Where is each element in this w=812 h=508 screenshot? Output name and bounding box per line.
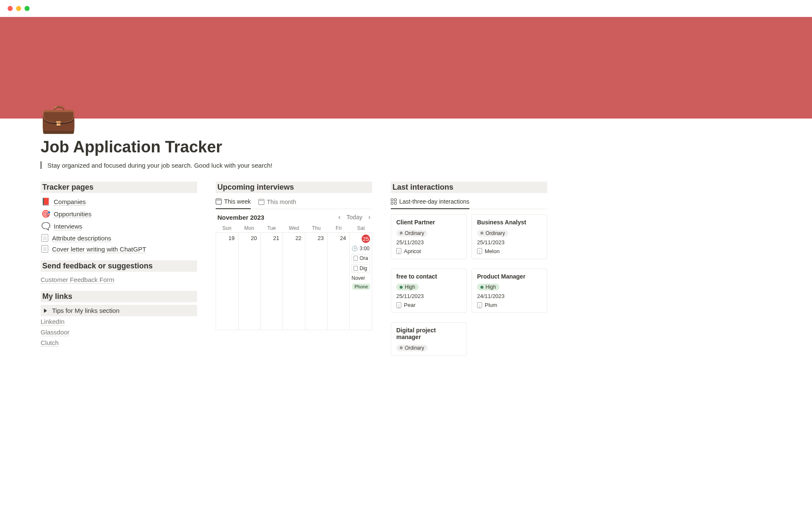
cal-date-today: 25 (362, 235, 370, 243)
calendar-cell[interactable]: 19 (216, 233, 239, 330)
event-item[interactable]: Dig (351, 264, 370, 273)
cover-banner[interactable]: 💼 (0, 17, 812, 119)
nav-cover-letter[interactable]: Cover letter writing with ChatGPT (41, 243, 197, 254)
dot-icon (480, 232, 483, 235)
card-title: Digital project manager (396, 327, 461, 340)
card-company: Plum (477, 302, 542, 308)
document-icon (396, 248, 401, 254)
interaction-card[interactable]: Digital project manager Ordinary (391, 322, 466, 356)
card-date: 24/11/2023 (477, 293, 542, 299)
calendar-prev-button[interactable]: ‹ (338, 213, 340, 221)
document-icon (477, 248, 482, 254)
event-time[interactable]: 🕒 3:00 (351, 245, 370, 252)
interaction-card[interactable]: Product Manager High 24/11/2023 Plum (472, 268, 547, 313)
gallery-icon (391, 199, 397, 204)
minimize-window-icon[interactable] (16, 6, 21, 11)
dot-icon (480, 286, 483, 289)
last-interactions-heading: Last interactions (391, 182, 547, 193)
nav-opportunities[interactable]: 🎯 Opportunities (41, 208, 197, 220)
calendar-cell[interactable]: 20 (239, 233, 261, 330)
card-date: 25/11/2023 (396, 239, 461, 246)
window-controls (0, 0, 812, 17)
day-label: Fri (327, 225, 350, 231)
nav-label: Opportunities (54, 210, 91, 218)
tab-label: Last-three-day interactions (399, 198, 469, 205)
nav-companies[interactable]: 📕 Companies (41, 196, 197, 208)
nav-interviews[interactable]: 🗨️ Interviews (41, 220, 197, 232)
priority-pill: High (396, 284, 419, 290)
quote-bar-icon (41, 161, 41, 169)
card-date: 25/11/2023 (396, 293, 461, 299)
priority-pill: High (477, 284, 499, 290)
upcoming-interviews-heading: Upcoming interviews (216, 182, 372, 193)
event-item[interactable]: Ora (351, 254, 370, 262)
cal-date: 19 (227, 235, 236, 242)
day-label: Mon (238, 225, 261, 231)
cal-date: 20 (249, 235, 258, 242)
calendar-today-button[interactable]: Today (346, 214, 362, 221)
nav-label: Cover letter writing with ChatGPT (52, 246, 146, 253)
calendar-next-button[interactable]: › (368, 213, 370, 221)
calendar-tabs: This week This month (216, 196, 372, 209)
maximize-window-icon[interactable] (25, 6, 30, 11)
feedback-form-link[interactable]: Customer Feedback Form (41, 274, 197, 285)
document-icon (41, 234, 48, 242)
event-tag: Phone (352, 284, 370, 290)
day-label: Thu (305, 225, 327, 231)
page-title: Job Application Tracker (41, 138, 771, 156)
calendar-cell[interactable]: 24 (328, 233, 350, 330)
tab-this-week[interactable]: This week (216, 196, 251, 209)
document-icon (354, 256, 358, 261)
event-item[interactable]: Nover (351, 274, 370, 282)
document-icon (396, 302, 401, 308)
card-company: Pear (396, 302, 461, 308)
day-label: Tue (261, 225, 283, 231)
document-icon (477, 302, 482, 308)
day-label: Sat (350, 225, 372, 231)
calendar-month-label: November 2023 (217, 214, 264, 221)
subtitle-text: Stay organized and focused during your j… (47, 162, 272, 169)
link-clutch[interactable]: Clutch (41, 337, 197, 348)
link-glassdoor[interactable]: Glassdoor (41, 327, 197, 337)
day-label: Sun (216, 225, 238, 231)
calendar-grid: 19 20 21 22 23 24 25 🕒 3:00 Ora Dig Nove… (216, 232, 372, 330)
mylinks-heading: My links (41, 291, 197, 302)
close-window-icon[interactable] (8, 6, 13, 11)
page-emoji-icon[interactable]: 💼 (41, 103, 77, 132)
cal-date: 21 (272, 235, 281, 242)
priority-pill: Ordinary (396, 345, 428, 351)
nav-label: Attribute descriptions (52, 235, 111, 242)
document-icon (354, 266, 358, 271)
subtitle-block: Stay organized and focused during your j… (41, 161, 771, 169)
interaction-card[interactable]: Client Partner Ordinary 25/11/2023 Apric… (391, 214, 466, 259)
card-date: 25/11/2023 (477, 239, 542, 246)
calendar-icon (258, 199, 264, 205)
feedback-heading: Send feedback or suggestions (41, 260, 197, 272)
cal-date: 22 (294, 235, 303, 242)
tab-last-three-day[interactable]: Last-three-day interactions (391, 196, 469, 209)
card-title: Client Partner (396, 219, 461, 226)
card-title: Product Manager (477, 273, 542, 280)
interaction-card[interactable]: free to contact High 25/11/2023 Pear (391, 268, 466, 313)
toggle-label: Tips for My links section (52, 307, 120, 314)
calendar-cell-today[interactable]: 25 🕒 3:00 Ora Dig Nover Phone (350, 233, 372, 330)
tab-this-month[interactable]: This month (258, 196, 296, 209)
dot-icon (400, 286, 403, 289)
interaction-card[interactable]: Business Analyst Ordinary 25/11/2023 Mel… (472, 214, 547, 259)
day-label: Wed (283, 225, 305, 231)
link-linkedin[interactable]: LinkedIn (41, 316, 197, 327)
speech-icon: 🗨️ (41, 222, 50, 231)
document-icon (41, 245, 48, 253)
tab-label: This month (267, 199, 296, 205)
calendar-cell[interactable]: 23 (305, 233, 328, 330)
tab-label: This week (224, 198, 251, 205)
interactions-tabs: Last-three-day interactions (391, 196, 547, 209)
calendar-cell[interactable]: 21 (261, 233, 283, 330)
card-company: Apricot (396, 248, 461, 254)
dot-icon (400, 232, 403, 235)
nav-attribute-descriptions[interactable]: Attribute descriptions (41, 232, 197, 243)
calendar-cell[interactable]: 22 (283, 233, 305, 330)
calendar-day-header: Sun Mon Tue Wed Thu Fri Sat (216, 222, 372, 232)
cal-date: 23 (316, 235, 325, 242)
mylinks-tips-toggle[interactable]: Tips for My links section (41, 305, 197, 316)
